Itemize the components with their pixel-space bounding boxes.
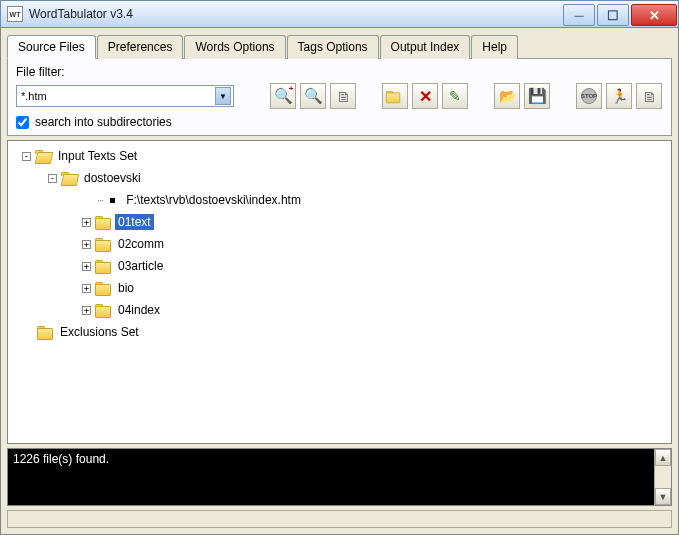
tree-root-exclusions[interactable]: Exclusions Set xyxy=(8,321,671,343)
expander-icon[interactable]: - xyxy=(22,152,31,161)
folder-icon xyxy=(95,282,111,295)
subdirs-label: search into subdirectories xyxy=(35,115,172,129)
tree-folder-item[interactable]: + bio xyxy=(8,277,671,299)
file-tree[interactable]: - Input Texts Set - dostoevski ··· F:\te… xyxy=(7,140,672,444)
tree-root-input-texts[interactable]: - Input Texts Set xyxy=(8,145,671,167)
tree-label: 02comm xyxy=(115,236,167,252)
stop-button[interactable]: STOP xyxy=(576,83,602,109)
status-console: 1226 file(s) found. ▲ ▼ xyxy=(7,448,672,506)
tree-label: Exclusions Set xyxy=(57,324,142,340)
tree-label: Input Texts Set xyxy=(55,148,140,164)
folder-icon xyxy=(37,326,53,339)
file-filter-label: File filter: xyxy=(16,65,663,79)
toolbar-panel: File filter: *.htm ▼ 🔍 🔍 🗎 ✕ ✎ 📂 💾 STOP … xyxy=(7,59,672,136)
search-file-button[interactable]: 🔍 xyxy=(300,83,326,109)
tree-connector: ··· xyxy=(97,194,103,206)
expander-icon[interactable]: + xyxy=(82,306,91,315)
tree-folder-item[interactable]: + 02comm xyxy=(8,233,671,255)
open-button[interactable]: 📂 xyxy=(494,83,520,109)
stop-icon: STOP xyxy=(581,88,597,104)
search-icon: 🔍 xyxy=(304,87,323,105)
tree-label: dostoevski xyxy=(81,170,144,186)
save-icon: 💾 xyxy=(528,87,547,105)
file-bullet-icon xyxy=(110,198,115,203)
export-icon: 🗎 xyxy=(642,88,657,105)
person-go-icon: 🏃 xyxy=(611,88,628,104)
status-message: 1226 file(s) found. xyxy=(13,452,109,466)
bottom-status-bar xyxy=(7,510,672,528)
subdirs-checkbox-row: search into subdirectories xyxy=(16,115,663,129)
close-button[interactable]: ✕ xyxy=(631,4,677,26)
main-frame: Source Files Preferences Words Options T… xyxy=(0,28,679,535)
expander-icon[interactable]: + xyxy=(82,284,91,293)
folder-icon xyxy=(95,304,111,317)
search-plus-icon: 🔍 xyxy=(274,87,293,105)
tab-words-options[interactable]: Words Options xyxy=(184,35,285,59)
search-doc-icon: 🗎 xyxy=(336,88,351,105)
folder-icon xyxy=(386,90,400,102)
expander-icon[interactable]: - xyxy=(48,174,57,183)
file-filter-combo[interactable]: *.htm ▼ xyxy=(16,85,234,107)
app-icon: WT xyxy=(7,6,23,22)
maximize-button[interactable]: ☐ xyxy=(597,4,629,26)
window-buttons: ─ ☐ ✕ xyxy=(562,1,678,27)
tab-preferences[interactable]: Preferences xyxy=(97,35,184,59)
save-button[interactable]: 💾 xyxy=(524,83,550,109)
tree-folder-item[interactable]: + 04index xyxy=(8,299,671,321)
add-file-button[interactable]: 🔍 xyxy=(270,83,296,109)
search-doc-button[interactable]: 🗎 xyxy=(330,83,356,109)
export-button[interactable]: 🗎 xyxy=(636,83,662,109)
tab-output-index[interactable]: Output Index xyxy=(380,35,471,59)
expander-icon[interactable]: + xyxy=(82,218,91,227)
tree-label: 04index xyxy=(115,302,163,318)
new-folder-button[interactable] xyxy=(382,83,408,109)
delete-icon: ✕ xyxy=(419,87,432,106)
folder-open-icon xyxy=(35,150,51,163)
window-title: WordTabulator v3.4 xyxy=(29,7,562,21)
window-titlebar: WT WordTabulator v3.4 ─ ☐ ✕ xyxy=(0,0,679,28)
tree-label: F:\texts\rvb\dostoevski\index.htm xyxy=(123,192,304,208)
tree-file-index[interactable]: ··· F:\texts\rvb\dostoevski\index.htm xyxy=(8,189,671,211)
minimize-button[interactable]: ─ xyxy=(563,4,595,26)
console-scrollbar[interactable]: ▲ ▼ xyxy=(654,449,671,505)
expander-icon[interactable]: + xyxy=(82,262,91,271)
delete-button[interactable]: ✕ xyxy=(412,83,438,109)
open-folder-icon: 📂 xyxy=(499,88,516,104)
tree-label: 01text xyxy=(115,214,154,230)
tree-folder-item[interactable]: + 03article xyxy=(8,255,671,277)
file-filter-value: *.htm xyxy=(21,90,215,102)
folder-open-icon xyxy=(61,172,77,185)
chevron-down-icon[interactable]: ▼ xyxy=(215,87,231,105)
tab-help[interactable]: Help xyxy=(471,35,518,59)
expander-icon[interactable]: + xyxy=(82,240,91,249)
tree-folder-item[interactable]: + 01text xyxy=(8,211,671,233)
tree-folder-dostoevski[interactable]: - dostoevski xyxy=(8,167,671,189)
scroll-up-icon[interactable]: ▲ xyxy=(655,449,671,466)
toolbar-row: *.htm ▼ 🔍 🔍 🗎 ✕ ✎ 📂 💾 STOP 🏃 🗎 xyxy=(16,83,663,109)
broom-icon: ✎ xyxy=(449,88,461,104)
tab-tags-options[interactable]: Tags Options xyxy=(287,35,379,59)
folder-icon xyxy=(95,238,111,251)
clear-button[interactable]: ✎ xyxy=(442,83,468,109)
tab-source-files[interactable]: Source Files xyxy=(7,35,96,59)
go-button[interactable]: 🏃 xyxy=(606,83,632,109)
tree-label: bio xyxy=(115,280,137,296)
scroll-down-icon[interactable]: ▼ xyxy=(655,488,671,505)
folder-icon xyxy=(95,216,111,229)
subdirs-checkbox[interactable] xyxy=(16,116,29,129)
folder-icon xyxy=(95,260,111,273)
tree-label: 03article xyxy=(115,258,166,274)
tab-bar: Source Files Preferences Words Options T… xyxy=(7,34,672,59)
